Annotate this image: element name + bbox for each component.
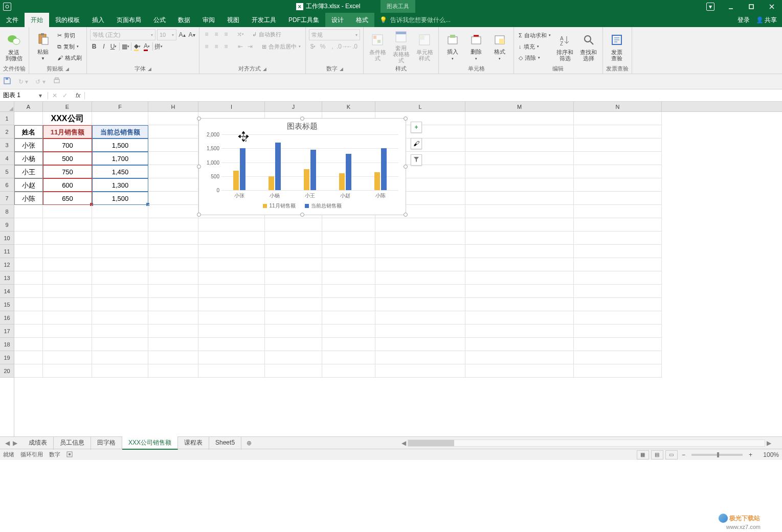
cell[interactable] <box>148 125 198 138</box>
cell[interactable] <box>574 338 662 351</box>
macro-record-icon[interactable] <box>66 451 73 458</box>
cell[interactable] <box>148 351 198 364</box>
copy-button[interactable]: ⧉复制▾ <box>56 41 83 52</box>
cell[interactable] <box>574 192 662 205</box>
chart-add-element-button[interactable]: + <box>411 122 422 133</box>
cell[interactable] <box>322 351 375 364</box>
cell[interactable]: 600 <box>43 178 92 192</box>
percent-icon[interactable]: % <box>319 42 327 51</box>
cell[interactable] <box>265 298 322 311</box>
cell[interactable] <box>92 112 148 125</box>
zoom-slider[interactable] <box>691 454 743 456</box>
cell[interactable] <box>148 205 198 218</box>
row-header[interactable]: 16 <box>0 311 14 325</box>
cell[interactable] <box>375 232 465 245</box>
cell[interactable] <box>322 298 375 311</box>
table-format-button[interactable]: 套用 表格格式 <box>390 30 412 63</box>
row-header[interactable]: 17 <box>0 325 14 338</box>
cell[interactable] <box>14 351 43 364</box>
scroll-left-icon[interactable]: ◀ <box>400 440 408 447</box>
formula-input[interactable] <box>85 92 782 99</box>
cell[interactable] <box>92 271 148 285</box>
cell[interactable] <box>148 165 198 178</box>
cell[interactable] <box>148 258 198 271</box>
cell[interactable] <box>148 218 198 232</box>
add-sheet-button[interactable]: ⊕ <box>241 440 257 447</box>
cell[interactable] <box>574 364 662 378</box>
chart-bar-series2[interactable] <box>381 148 387 190</box>
cell[interactable]: XXX公司 <box>43 112 92 125</box>
wrap-text-button[interactable]: ↲自动换行 <box>251 29 283 39</box>
undo-icon[interactable]: ↺ ▾ <box>35 78 45 85</box>
cell[interactable] <box>322 245 375 258</box>
cell[interactable] <box>148 152 198 165</box>
cell[interactable] <box>198 232 265 245</box>
cell[interactable] <box>92 232 148 245</box>
cell[interactable] <box>375 351 465 364</box>
cell[interactable] <box>574 298 662 311</box>
row-header[interactable]: 3 <box>0 138 14 152</box>
cell[interactable] <box>92 338 148 351</box>
cell[interactable] <box>265 232 322 245</box>
row-header[interactable]: 14 <box>0 285 14 298</box>
clipboard-launcher-icon[interactable]: ◢ <box>65 66 69 72</box>
sheet-tab-5[interactable]: 课程表 <box>178 436 209 450</box>
cell[interactable] <box>43 338 92 351</box>
cell[interactable]: 500 <box>43 152 92 165</box>
merge-center-button[interactable]: ⊞合并后居中▾ <box>260 41 302 52</box>
cond-format-button[interactable]: 条件格式 <box>367 30 388 63</box>
cell[interactable] <box>465 271 574 285</box>
enter-formula-icon[interactable]: ✓ <box>62 92 68 99</box>
cell[interactable] <box>92 285 148 298</box>
cell[interactable] <box>148 112 198 125</box>
cell[interactable] <box>465 125 574 138</box>
cell[interactable] <box>465 165 574 178</box>
comma-icon[interactable]: , <box>328 42 337 51</box>
align-center-icon[interactable]: ≡ <box>212 42 220 51</box>
col-header[interactable]: J <box>265 102 322 111</box>
cell[interactable] <box>43 218 92 232</box>
row-header[interactable]: 7 <box>0 192 14 205</box>
sheet-tab-1[interactable]: 成绩表 <box>23 436 54 450</box>
bold-icon[interactable]: B <box>90 42 98 51</box>
cell[interactable] <box>574 351 662 364</box>
send-wechat-button[interactable]: 发送 到微信 <box>3 30 25 63</box>
sheet-tab-3[interactable]: 田字格 <box>91 436 122 450</box>
cell[interactable] <box>465 192 574 205</box>
view-normal-icon[interactable]: ▦ <box>637 450 649 459</box>
cell[interactable] <box>322 271 375 285</box>
row-header[interactable]: 2 <box>0 125 14 138</box>
cell[interactable] <box>198 285 265 298</box>
cell[interactable]: 1,500 <box>92 138 148 152</box>
cell[interactable] <box>92 311 148 325</box>
chart-style-button[interactable]: 🖌 <box>411 138 422 149</box>
tab-insert[interactable]: 插入 <box>86 13 110 27</box>
cell[interactable]: 1,450 <box>92 165 148 178</box>
cell[interactable]: 小王 <box>14 165 43 178</box>
cell[interactable] <box>574 125 662 138</box>
cell[interactable]: 1,700 <box>92 152 148 165</box>
tab-layout[interactable]: 页面布局 <box>110 13 147 27</box>
chart-plot[interactable]: 05001,0001,5002,000 <box>221 134 398 191</box>
cell[interactable] <box>465 311 574 325</box>
cell[interactable] <box>465 205 574 218</box>
chart-legend[interactable]: 11月销售额 当前总销售额 <box>199 202 406 210</box>
cell[interactable] <box>43 258 92 271</box>
format-cell-button[interactable]: 格式▾ <box>489 30 510 63</box>
cell[interactable] <box>92 245 148 258</box>
cell[interactable] <box>322 258 375 271</box>
cell[interactable] <box>148 245 198 258</box>
cell[interactable] <box>148 271 198 285</box>
chart-bar-series2[interactable] <box>346 154 351 190</box>
paste-button[interactable]: 粘贴 ▼ <box>32 30 54 63</box>
cell[interactable] <box>574 178 662 192</box>
scroll-right-icon[interactable]: ▶ <box>765 440 773 447</box>
row-header[interactable]: 12 <box>0 258 14 271</box>
cell[interactable] <box>574 218 662 232</box>
align-launcher-icon[interactable]: ◢ <box>263 66 266 72</box>
cell[interactable] <box>43 232 92 245</box>
cell[interactable] <box>14 258 43 271</box>
col-header[interactable]: H <box>148 102 198 111</box>
cell[interactable] <box>265 351 322 364</box>
chevron-down-icon[interactable]: ▼ <box>41 56 45 62</box>
